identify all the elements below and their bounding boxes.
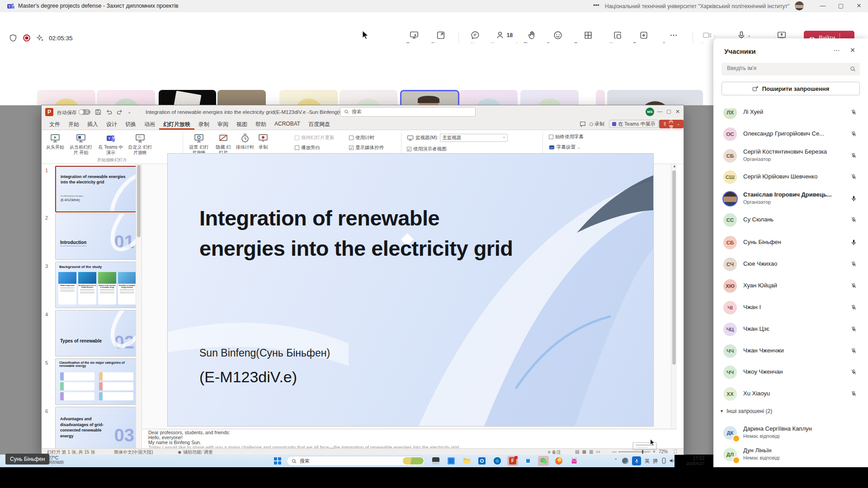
view-buttons[interactable]: ▤▦▥▭: [575, 449, 603, 454]
thumbnail-slide-2[interactable]: Introduction 01: [55, 213, 137, 260]
android-emulator-icon[interactable]: [569, 456, 580, 466]
rehearse-timings-button[interactable]: 排练计时: [234, 131, 256, 155]
wechat-app-icon[interactable]: [538, 456, 549, 466]
invited-row[interactable]: ДЛ Дун Ліньїн Немає відповіді: [713, 444, 868, 465]
comment-icon[interactable]: [580, 121, 586, 127]
close-button[interactable]: ✕: [850, 0, 868, 12]
tab-view[interactable]: 视图: [232, 119, 251, 130]
outlook-app-icon[interactable]: O: [476, 456, 487, 466]
zoom-slider[interactable]: [618, 451, 650, 452]
tab-baidu[interactable]: 百度网盘: [304, 119, 334, 130]
account-avatar[interactable]: [795, 1, 804, 10]
tray-speaker-icon[interactable]: [669, 458, 675, 464]
thumbnail-scrollbar[interactable]: [136, 164, 142, 448]
mic-off-icon[interactable]: [850, 347, 857, 354]
ppt-search-box[interactable]: 搜索: [340, 107, 476, 117]
quickbar-chevron-icon[interactable]: ⌄: [127, 109, 131, 114]
presenter-view-checkbox[interactable]: ✓使用演示者视图: [407, 146, 508, 152]
play-narration-checkbox[interactable]: 播放旁白: [295, 145, 335, 151]
present-in-teams-ribbon-button[interactable]: T 在 Teams 中演示: [96, 131, 126, 155]
titlebar-overflow[interactable]: •••: [593, 2, 599, 9]
taskbar-search-box[interactable]: 搜索: [287, 456, 425, 466]
current-slide[interactable]: Integration of renewableenergies into th…: [168, 154, 653, 426]
mic-off-icon[interactable]: [850, 109, 857, 116]
zoom-percent[interactable]: 72%: [659, 449, 668, 454]
participant-row-active-speaker[interactable]: Станіслав Ігорович Дривець... Організато…: [713, 188, 868, 210]
tab-help[interactable]: 帮助: [251, 119, 270, 130]
ime-lang-en[interactable]: 英: [645, 458, 650, 465]
notification-app-icon[interactable]: F: [507, 456, 518, 466]
setup-slideshow-button[interactable]: 设置 幻灯片放映: [185, 131, 212, 155]
participant-row[interactable]: ХХ Xu Xiaoyu: [713, 383, 868, 405]
save-icon[interactable]: [95, 109, 101, 115]
canvas-scrollbar[interactable]: ▲ ▼ ▼: [671, 164, 677, 444]
participant-row[interactable]: ЧЧ Чжан Чженчжи: [713, 340, 868, 362]
participant-row[interactable]: СБ Сергій Костянтинович Березка Організа…: [713, 145, 868, 167]
mic-on-icon[interactable]: [850, 239, 857, 246]
ppt-minimize-icon[interactable]: —: [657, 108, 662, 114]
tab-file[interactable]: 文件: [45, 119, 64, 130]
tab-animations[interactable]: 动画: [140, 119, 159, 130]
ppt-close-icon[interactable]: ✕: [675, 108, 680, 115]
camera-app-icon[interactable]: [492, 456, 503, 466]
tab-acrobat[interactable]: ACROBAT: [270, 119, 304, 130]
tab-slideshow-active[interactable]: 幻灯片放映: [159, 119, 194, 130]
start-button-icon[interactable]: [274, 457, 281, 465]
hide-slide-button[interactable]: 隐藏 幻灯片: [212, 131, 234, 155]
mic-off-icon[interactable]: [850, 152, 857, 159]
share-invite-button[interactable]: Поширити запрошення: [722, 82, 860, 95]
participant-row[interactable]: ХЮ Хуан Юйцай: [713, 275, 868, 297]
present-in-teams-button[interactable]: 在 Teams 中展示: [609, 120, 659, 128]
participant-row[interactable]: СС Су Сюлань: [713, 209, 868, 231]
tray-phone-icon[interactable]: [661, 458, 667, 464]
scroll-up-icon[interactable]: ▲: [673, 164, 676, 168]
mic-off-icon[interactable]: [850, 282, 857, 289]
tray-expand-icon[interactable]: ⌃: [614, 458, 618, 463]
zoom-in-icon[interactable]: +: [653, 449, 656, 454]
mic-off-icon[interactable]: [850, 390, 857, 397]
custom-slideshow-button[interactable]: 自定义 幻灯片放映: [126, 131, 155, 155]
tab-home[interactable]: 开始: [64, 119, 83, 130]
maximize-button[interactable]: ▢: [832, 0, 850, 12]
mic-off-icon[interactable]: [850, 369, 857, 375]
thumbnail-slide-5[interactable]: Classification of the six major categori…: [55, 358, 137, 405]
tab-record[interactable]: 录制: [194, 119, 213, 130]
use-timings-checkbox[interactable]: 使用计时: [349, 135, 384, 141]
thumbnail-slide-1-selected[interactable]: Integration of renewable energies into t…: [55, 166, 137, 212]
participant-row[interactable]: СБ Сунь Біньфен: [713, 232, 868, 253]
participant-row[interactable]: ОС Олександр Григорійович Се...: [713, 123, 868, 145]
panel-more-icon[interactable]: ⋯: [834, 47, 840, 54]
participant-row[interactable]: ЧІ Чжан І: [713, 297, 868, 319]
zoom-slider-thumb[interactable]: [642, 450, 643, 454]
search-highlight-image[interactable]: [403, 457, 424, 465]
keep-slides-updated-checkbox[interactable]: 保持幻灯片更新: [295, 135, 335, 141]
invited-section-header[interactable]: ▼ Інші запрошені (2): [720, 408, 772, 414]
mic-off-icon[interactable]: [850, 216, 857, 223]
meeting-cam-app-icon[interactable]: [523, 456, 533, 466]
firefox-app-icon[interactable]: [553, 456, 564, 466]
thumbnail-slide-6-partial[interactable]: Advantages and disadvantages of grid-con…: [55, 407, 137, 448]
participant-row[interactable]: ЧЧ Чжоу Чженчан: [713, 361, 868, 383]
share-document-button[interactable]: ⇧共享⌄: [659, 120, 684, 128]
camera-chevron-icon[interactable]: ⌄: [713, 33, 717, 38]
tray-globe-icon[interactable]: [622, 458, 628, 464]
mic-on-icon[interactable]: [850, 195, 857, 202]
zoom-out-icon[interactable]: —: [612, 449, 617, 454]
tab-insert[interactable]: 插入: [83, 119, 102, 130]
always-captions-checkbox[interactable]: 始终使用字幕: [549, 134, 584, 140]
participant-row[interactable]: ЧЦ Чжан Цзє: [713, 319, 868, 340]
invited-row[interactable]: ДК Дарина Сергіївна Каплун Немає відпові…: [713, 422, 868, 444]
thumbnail-slide-4[interactable]: Types of renewable 02: [55, 310, 137, 357]
tab-transitions[interactable]: 切换: [121, 119, 140, 130]
speaker-notes-pane[interactable]: Dear professors, students, and friends: …: [142, 429, 677, 448]
tray-mic-active-icon[interactable]: [632, 456, 641, 465]
mic-chevron-icon[interactable]: ⌄: [747, 33, 751, 38]
thumbnail-slide-3[interactable]: Background of the study Global energy st…: [55, 262, 137, 308]
show-media-controls-checkbox[interactable]: ✓显示媒体控件: [349, 145, 384, 151]
tab-design[interactable]: 设计: [102, 119, 121, 130]
participant-search-input[interactable]: [726, 65, 841, 72]
participant-search[interactable]: [722, 63, 860, 75]
caption-settings-button[interactable]: 字幕设置⌄: [549, 144, 584, 150]
mic-off-icon[interactable]: [850, 326, 857, 333]
office-account-avatar[interactable]: MS: [646, 108, 654, 116]
